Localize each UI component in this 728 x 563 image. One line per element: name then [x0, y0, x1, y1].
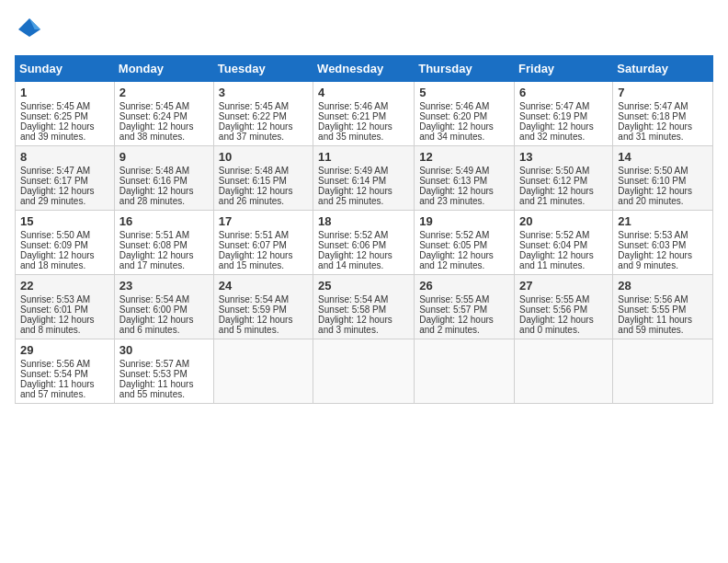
day-number: 10 [219, 150, 308, 164]
sunrise-text: Sunrise: 5:55 AM [519, 294, 589, 304]
calendar-cell: 12Sunrise: 5:49 AMSunset: 6:13 PMDayligh… [415, 146, 515, 211]
daylight-text: Daylight: 12 hours and 21 minutes. [519, 186, 594, 206]
calendar-header-friday: Friday [515, 56, 613, 82]
day-number: 18 [318, 214, 409, 228]
calendar-header-monday: Monday [114, 56, 213, 82]
sunset-text: Sunset: 6:12 PM [519, 176, 587, 186]
sunrise-text: Sunrise: 5:54 AM [119, 294, 189, 304]
sunset-text: Sunset: 6:00 PM [119, 304, 188, 315]
daylight-text: Daylight: 12 hours and 3 minutes. [318, 315, 392, 335]
calendar-cell: 2Sunrise: 5:45 AMSunset: 6:24 PMDaylight… [114, 82, 213, 146]
sunset-text: Sunset: 5:59 PM [219, 304, 287, 315]
sunrise-text: Sunrise: 5:55 AM [419, 294, 489, 304]
sunset-text: Sunset: 6:03 PM [618, 240, 686, 250]
sunset-text: Sunset: 5:57 PM [419, 304, 487, 315]
daylight-text: Daylight: 12 hours and 12 minutes. [419, 250, 494, 270]
daylight-text: Daylight: 12 hours and 8 minutes. [20, 315, 95, 335]
calendar-header-sunday: Sunday [16, 56, 115, 82]
sunset-text: Sunset: 6:15 PM [219, 176, 287, 186]
daylight-text: Daylight: 12 hours and 9 minutes. [618, 250, 692, 270]
daylight-text: Daylight: 12 hours and 18 minutes. [20, 250, 95, 270]
calendar-cell: 1Sunrise: 5:45 AMSunset: 6:25 PMDaylight… [16, 82, 115, 146]
sunrise-text: Sunrise: 5:53 AM [20, 294, 90, 304]
sunrise-text: Sunrise: 5:50 AM [618, 166, 688, 176]
daylight-text: Daylight: 12 hours and 6 minutes. [119, 315, 194, 335]
sunrise-text: Sunrise: 5:51 AM [119, 230, 189, 240]
day-number: 24 [219, 279, 308, 293]
sunset-text: Sunset: 5:55 PM [618, 304, 686, 315]
day-number: 29 [20, 343, 109, 357]
day-number: 23 [119, 279, 209, 293]
day-number: 7 [618, 86, 708, 99]
day-number: 6 [519, 86, 608, 99]
sunrise-text: Sunrise: 5:45 AM [119, 101, 189, 111]
daylight-text: Daylight: 11 hours and 55 minutes. [119, 379, 194, 399]
calendar-cell: 4Sunrise: 5:46 AMSunset: 6:21 PMDaylight… [313, 82, 415, 146]
calendar-cell: 7Sunrise: 5:47 AMSunset: 6:18 PMDaylight… [613, 82, 713, 146]
daylight-text: Daylight: 12 hours and 11 minutes. [519, 250, 594, 270]
day-number: 16 [119, 214, 209, 228]
daylight-text: Daylight: 12 hours and 34 minutes. [419, 121, 494, 142]
daylight-text: Daylight: 12 hours and 39 minutes. [20, 121, 95, 142]
calendar-header-saturday: Saturday [613, 56, 713, 82]
calendar-cell [613, 339, 713, 404]
sunrise-text: Sunrise: 5:50 AM [20, 230, 90, 240]
calendar-cell: 27Sunrise: 5:55 AMSunset: 5:56 PMDayligh… [515, 275, 613, 339]
daylight-text: Daylight: 12 hours and 20 minutes. [618, 186, 692, 206]
logo-icon [15, 15, 44, 44]
sunset-text: Sunset: 6:17 PM [20, 176, 88, 186]
calendar-cell: 18Sunrise: 5:52 AMSunset: 6:06 PMDayligh… [313, 211, 415, 275]
sunrise-text: Sunrise: 5:48 AM [119, 166, 189, 176]
sunset-text: Sunset: 6:24 PM [119, 111, 188, 121]
sunrise-text: Sunrise: 5:48 AM [219, 166, 289, 176]
daylight-text: Daylight: 12 hours and 23 minutes. [419, 186, 494, 206]
sunset-text: Sunset: 6:10 PM [618, 176, 686, 186]
sunrise-text: Sunrise: 5:54 AM [219, 294, 289, 304]
day-number: 20 [519, 214, 608, 228]
daylight-text: Daylight: 12 hours and 32 minutes. [519, 121, 594, 142]
day-number: 22 [20, 279, 109, 293]
sunrise-text: Sunrise: 5:54 AM [318, 294, 388, 304]
sunset-text: Sunset: 6:20 PM [419, 111, 487, 121]
sunset-text: Sunset: 6:21 PM [318, 111, 386, 121]
day-number: 27 [519, 279, 608, 293]
sunrise-text: Sunrise: 5:47 AM [20, 166, 90, 176]
day-number: 11 [318, 150, 409, 164]
calendar-cell: 13Sunrise: 5:50 AMSunset: 6:12 PMDayligh… [515, 146, 613, 211]
sunrise-text: Sunrise: 5:46 AM [318, 101, 388, 111]
daylight-text: Daylight: 12 hours and 15 minutes. [219, 250, 293, 270]
calendar-week-1: 1Sunrise: 5:45 AMSunset: 6:25 PMDaylight… [16, 82, 713, 146]
sunrise-text: Sunrise: 5:56 AM [20, 359, 90, 369]
daylight-text: Daylight: 12 hours and 37 minutes. [219, 121, 293, 142]
calendar-header-wednesday: Wednesday [313, 56, 415, 82]
day-number: 17 [219, 214, 308, 228]
sunset-text: Sunset: 6:22 PM [219, 111, 287, 121]
sunset-text: Sunset: 6:25 PM [20, 111, 88, 121]
sunset-text: Sunset: 6:05 PM [419, 240, 487, 250]
calendar-cell: 8Sunrise: 5:47 AMSunset: 6:17 PMDaylight… [16, 146, 115, 211]
sunset-text: Sunset: 6:09 PM [20, 240, 88, 250]
logo [15, 15, 48, 44]
day-number: 5 [419, 86, 509, 99]
daylight-text: Daylight: 12 hours and 0 minutes. [519, 315, 594, 335]
daylight-text: Daylight: 12 hours and 17 minutes. [119, 250, 194, 270]
calendar-cell: 28Sunrise: 5:56 AMSunset: 5:55 PMDayligh… [613, 275, 713, 339]
day-number: 9 [119, 150, 209, 164]
daylight-text: Daylight: 12 hours and 28 minutes. [119, 186, 194, 206]
sunrise-text: Sunrise: 5:49 AM [419, 166, 489, 176]
sunrise-text: Sunrise: 5:52 AM [318, 230, 388, 240]
calendar-cell [313, 339, 415, 404]
calendar-header-thursday: Thursday [415, 56, 515, 82]
calendar-cell: 26Sunrise: 5:55 AMSunset: 5:57 PMDayligh… [415, 275, 515, 339]
calendar-cell: 10Sunrise: 5:48 AMSunset: 6:15 PMDayligh… [213, 146, 313, 211]
calendar-cell: 21Sunrise: 5:53 AMSunset: 6:03 PMDayligh… [613, 211, 713, 275]
day-number: 21 [618, 214, 708, 228]
sunrise-text: Sunrise: 5:45 AM [219, 101, 289, 111]
daylight-text: Daylight: 12 hours and 29 minutes. [20, 186, 95, 206]
sunrise-text: Sunrise: 5:49 AM [318, 166, 388, 176]
sunrise-text: Sunrise: 5:51 AM [219, 230, 289, 240]
day-number: 8 [20, 150, 109, 164]
calendar-cell [515, 339, 613, 404]
sunset-text: Sunset: 6:13 PM [419, 176, 487, 186]
calendar-cell: 16Sunrise: 5:51 AMSunset: 6:08 PMDayligh… [114, 211, 213, 275]
